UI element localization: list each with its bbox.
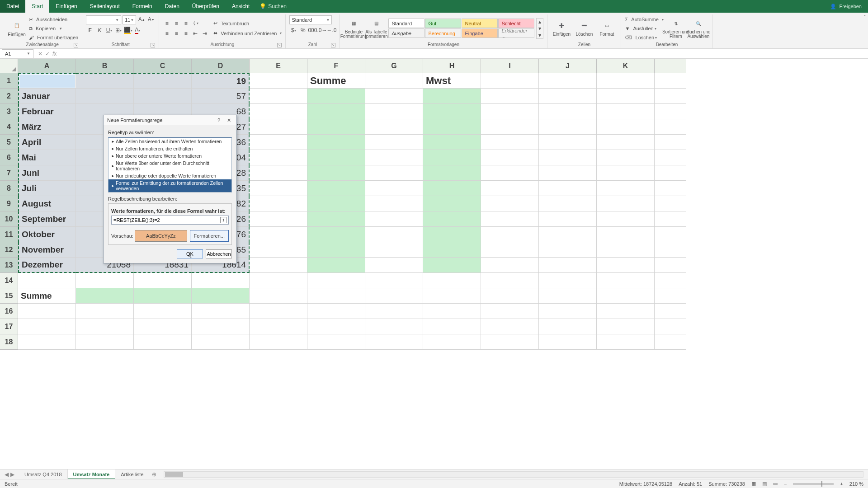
cell-H1[interactable]: Mwst: [423, 73, 481, 89]
row-header-16[interactable]: 16: [0, 304, 18, 319]
format-cells-button[interactable]: ▭Format: [596, 20, 617, 37]
cancel-button[interactable]: Abbrechen: [206, 249, 232, 258]
font-color-button[interactable]: A▾: [133, 26, 142, 34]
align-right-button[interactable]: ≡: [182, 29, 190, 38]
cell-F4[interactable]: [307, 119, 365, 135]
indent-dec-button[interactable]: ⇤: [191, 29, 199, 38]
cell-F15[interactable]: [307, 288, 365, 304]
dialog-help-button[interactable]: ?: [215, 116, 223, 124]
cell-G6[interactable]: [365, 150, 423, 165]
column-header-extra[interactable]: [655, 59, 686, 73]
formula-input-box[interactable]: [113, 217, 220, 223]
cell-D14[interactable]: [192, 273, 250, 288]
style-explain[interactable]: Erklärender ...: [498, 28, 534, 38]
cell-I17[interactable]: [481, 319, 539, 334]
cell-H2[interactable]: [423, 89, 481, 104]
borders-button[interactable]: ⊞▾: [114, 26, 123, 34]
share-button[interactable]: 👤 Freigeben: [830, 4, 862, 9]
rule-item-2[interactable]: ►Nur obere oder untere Werte formatieren: [108, 152, 231, 160]
style-output[interactable]: Ausgabe: [388, 28, 425, 38]
cell-K13[interactable]: [597, 258, 655, 273]
gallery-more-button[interactable]: ▾: [537, 32, 543, 38]
cell-J10[interactable]: [539, 211, 597, 227]
fx-icon[interactable]: fx: [52, 51, 57, 57]
cell-B1[interactable]: [76, 73, 134, 89]
cell-J7[interactable]: [539, 165, 597, 181]
dialog-launcher-icon[interactable]: ↘: [151, 43, 155, 47]
style-standard[interactable]: Standard: [388, 19, 425, 28]
cell-A11[interactable]: Oktober: [18, 227, 76, 242]
row-header-2[interactable]: 2: [0, 89, 18, 104]
format-painter-button[interactable]: 🖌 Format übertragen: [29, 33, 78, 42]
cell-E1[interactable]: [250, 73, 307, 89]
cell-C18[interactable]: [134, 334, 192, 350]
tab-page-layout[interactable]: Seitenlayout: [84, 0, 126, 13]
cell-I4[interactable]: [481, 119, 539, 135]
align-top-button[interactable]: ≡: [163, 19, 171, 28]
cell-G16[interactable]: [365, 304, 423, 319]
dialog-launcher-icon[interactable]: ↘: [277, 43, 282, 47]
decrease-decimal-button[interactable]: ←.0: [327, 26, 335, 34]
cell-C15[interactable]: [134, 288, 192, 304]
cell-J9[interactable]: [539, 196, 597, 211]
bold-button[interactable]: F: [86, 26, 94, 34]
cell-H13[interactable]: [423, 258, 481, 273]
cell-extra-12[interactable]: [655, 242, 686, 258]
cell-H17[interactable]: [423, 319, 481, 334]
tab-view[interactable]: Ansicht: [226, 0, 256, 13]
cell-J16[interactable]: [539, 304, 597, 319]
rule-item-3[interactable]: ►Nur Werte über oder unter dem Durchschn…: [108, 160, 231, 172]
fill-button[interactable]: ▼ Ausfüllen▾: [625, 24, 663, 33]
tab-insert[interactable]: Einfügen: [49, 0, 83, 13]
cell-K3[interactable]: [597, 104, 655, 119]
cell-G4[interactable]: [365, 119, 423, 135]
cell-K1[interactable]: [597, 73, 655, 89]
name-box[interactable]: A1▼: [2, 49, 33, 58]
accounting-button[interactable]: $▾: [289, 26, 297, 34]
row-header-5[interactable]: 5: [0, 135, 18, 150]
cell-A4[interactable]: März: [18, 119, 76, 135]
find-select-button[interactable]: 🔍Suchen und Auswählen: [688, 18, 709, 39]
cell-E12[interactable]: [250, 242, 307, 258]
cell-G17[interactable]: [365, 319, 423, 334]
column-header-A[interactable]: A: [18, 59, 76, 73]
cell-A10[interactable]: September: [18, 211, 76, 227]
insert-cells-button[interactable]: ➕Einfügen: [551, 20, 572, 37]
cell-K6[interactable]: [597, 150, 655, 165]
cell-J8[interactable]: [539, 181, 597, 196]
dialog-titlebar[interactable]: Neue Formatierungsregel ? ✕: [104, 115, 236, 125]
column-header-F[interactable]: F: [307, 59, 365, 73]
cell-G3[interactable]: [365, 104, 423, 119]
cell-A1[interactable]: [18, 73, 76, 89]
cell-J15[interactable]: [539, 288, 597, 304]
cell-extra-18[interactable]: [655, 334, 686, 350]
align-left-button[interactable]: ≡: [163, 29, 171, 38]
cell-extra-15[interactable]: [655, 288, 686, 304]
cell-B15[interactable]: [76, 288, 134, 304]
cell-A7[interactable]: Juni: [18, 165, 76, 181]
tab-file[interactable]: Datei: [0, 0, 25, 13]
cell-K16[interactable]: [597, 304, 655, 319]
row-header-7[interactable]: 7: [0, 165, 18, 181]
row-header-4[interactable]: 4: [0, 119, 18, 135]
select-all-corner[interactable]: [0, 59, 18, 73]
cell-F6[interactable]: [307, 150, 365, 165]
cell-E6[interactable]: [250, 150, 307, 165]
cell-I18[interactable]: [481, 334, 539, 350]
cell-A18[interactable]: [18, 334, 76, 350]
cell-J12[interactable]: [539, 242, 597, 258]
cell-G7[interactable]: [365, 165, 423, 181]
cell-E16[interactable]: [250, 304, 307, 319]
orientation-button[interactable]: ⤹▾: [191, 19, 199, 28]
increase-decimal-button[interactable]: .0→: [318, 26, 326, 34]
cell-D17[interactable]: [192, 319, 250, 334]
cell-B16[interactable]: [76, 304, 134, 319]
cell-J6[interactable]: [539, 150, 597, 165]
cell-extra-11[interactable]: [655, 227, 686, 242]
cell-extra-3[interactable]: [655, 104, 686, 119]
rule-item-5[interactable]: ►Formel zur Ermittlung der zu formatiere…: [108, 179, 231, 192]
style-bad[interactable]: Schlecht: [498, 19, 534, 28]
cell-I9[interactable]: [481, 196, 539, 211]
cell-E8[interactable]: [250, 181, 307, 196]
cell-extra-4[interactable]: [655, 119, 686, 135]
